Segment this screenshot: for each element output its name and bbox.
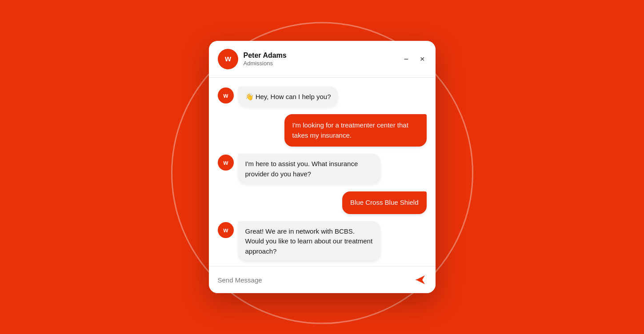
bot-avatar-icon-1: w [224, 92, 228, 99]
avatar-icon: w [225, 54, 231, 64]
header-actions: − × [402, 54, 426, 64]
user-bubble-1: I'm looking for a treatmenter center tha… [284, 114, 427, 147]
header-subtitle: Admissions [244, 60, 402, 67]
bot-bubble-3: Great! We are in network with BCBS. Woul… [238, 221, 380, 262]
bot-avatar-icon-2: w [224, 159, 228, 166]
chat-footer [209, 266, 436, 293]
bot-message-1: w 👋 Hey, How can I help you? [218, 87, 427, 107]
message-input[interactable] [218, 276, 409, 284]
bot-avatar-1: w [218, 87, 234, 103]
user-bubble-2: Blue Cross Blue Shield [342, 191, 426, 214]
bot-bubble-2: I'm here to assist you. What insurance p… [238, 154, 380, 184]
send-icon [414, 274, 427, 286]
header-text: Peter Adams Admissions [244, 51, 402, 67]
bot-message-3: w Great! We are in network with BCBS. Wo… [218, 221, 427, 262]
bot-message-2: w I'm here to assist you. What insurance… [218, 154, 427, 184]
header-name: Peter Adams [244, 51, 402, 60]
user-message-2: Blue Cross Blue Shield [218, 191, 427, 214]
minimize-button[interactable]: − [402, 54, 410, 64]
bot-avatar-icon-3: w [224, 227, 228, 234]
bot-avatar-2: w [218, 155, 234, 171]
chat-header: w Peter Adams Admissions − × [209, 41, 436, 78]
bot-avatar-3: w [218, 222, 234, 238]
avatar: w [218, 49, 238, 69]
close-button[interactable]: × [418, 54, 427, 64]
user-message-1: I'm looking for a treatmenter center tha… [218, 114, 427, 147]
messages-area: w 👋 Hey, How can I help you? I'm looking… [209, 78, 436, 266]
bot-bubble-1: 👋 Hey, How can I help you? [238, 87, 338, 107]
send-button[interactable] [414, 274, 427, 286]
chat-window: w Peter Adams Admissions − × w 👋 Hey, Ho… [209, 41, 436, 294]
